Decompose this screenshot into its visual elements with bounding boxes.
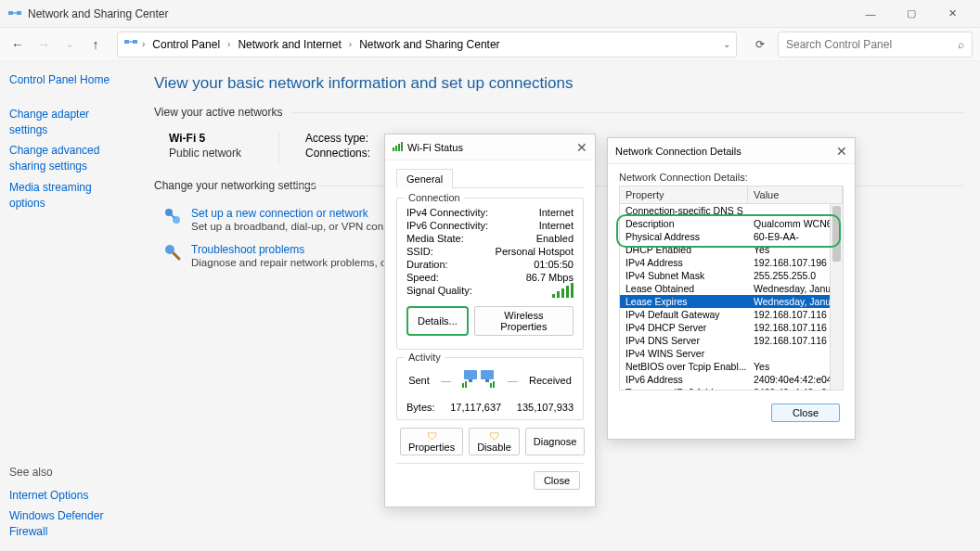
wifi-dialog-title: Wi-Fi Status	[407, 142, 463, 153]
sidebar-home[interactable]: Control Panel Home	[9, 72, 128, 88]
property-cell: IPv4 Subnet Mask	[620, 269, 748, 282]
network-type: Public network	[169, 147, 241, 160]
breadcrumb-root[interactable]: Control Panel	[148, 36, 224, 53]
property-cell: Lease Obtained	[620, 282, 748, 295]
active-networks-heading: View your active networks	[154, 106, 963, 119]
signal-quality-label: Signal Quality:	[406, 285, 472, 298]
table-row[interactable]: IPv4 WINS Server	[620, 347, 843, 360]
property-cell: Lease Expires	[620, 295, 748, 308]
shield-icon: 🛡	[489, 430, 499, 442]
table-row[interactable]: Connection-specific DNS S	[620, 204, 843, 217]
bytes-received-value: 135,107,933	[517, 402, 574, 413]
forward-button[interactable]: →	[33, 34, 54, 55]
address-dropdown-button[interactable]: ⌄	[723, 39, 730, 49]
search-box[interactable]: ⌕	[778, 32, 973, 58]
wrench-icon	[163, 243, 182, 262]
bytes-sent-value: 17,117,637	[435, 402, 517, 413]
chevron-right-icon[interactable]: ›	[227, 39, 230, 49]
back-button[interactable]: ←	[7, 34, 28, 55]
scrollbar-thumb[interactable]	[832, 206, 841, 262]
address-icon	[123, 35, 138, 53]
table-row[interactable]: Lease ObtainedWednesday, January 24, 202…	[620, 282, 843, 295]
table-row[interactable]: IPv4 DNS Server192.168.107.116	[620, 334, 843, 347]
search-icon[interactable]: ⌕	[958, 38, 964, 51]
up-button[interactable]: ↑	[85, 34, 106, 55]
address-bar[interactable]: › Control Panel › Network and Internet ›…	[117, 32, 737, 58]
speed-label: Speed:	[406, 272, 439, 283]
activity-group-label: Activity	[405, 352, 445, 363]
table-row[interactable]: NetBIOS over Tcpip Enabl...Yes	[620, 360, 843, 373]
close-icon[interactable]: ✕	[576, 140, 587, 155]
close-icon[interactable]: ✕	[836, 144, 847, 159]
scrollbar[interactable]	[830, 204, 843, 390]
breadcrumb-leaf[interactable]: Network and Sharing Center	[355, 36, 503, 53]
chevron-right-icon[interactable]: ›	[349, 39, 352, 49]
minimize-button[interactable]: —	[850, 0, 891, 28]
signal-bars-icon	[552, 285, 574, 298]
recent-dropdown[interactable]: ⌄	[59, 34, 80, 55]
table-row[interactable]: Lease ExpiresWednesday, January 24, 2024…	[620, 295, 843, 308]
table-row[interactable]: Physical Address60-E9-AA-	[620, 230, 843, 243]
sidebar-advanced[interactable]: Change advanced sharing settings	[9, 143, 128, 174]
details-dialog-title: Network Connection Details	[615, 146, 741, 157]
search-input[interactable]	[786, 38, 958, 51]
shield-icon	[163, 207, 182, 225]
wireless-properties-button[interactable]: Wireless Properties	[474, 306, 574, 336]
svg-rect-14	[393, 147, 394, 151]
table-row[interactable]: DHCP EnabledYes	[620, 243, 843, 256]
connection-details-dialog: Network Connection Details ✕ Network Con…	[607, 137, 856, 440]
titlebar: Network and Sharing Center — ▢ ✕	[0, 0, 980, 28]
sidebar-firewall[interactable]: Windows Defender Firewall	[9, 508, 128, 540]
ipv4-connectivity-value: Internet	[539, 207, 574, 218]
connection-group-label: Connection	[405, 192, 464, 203]
sidebar-internet-options[interactable]: Internet Options	[9, 488, 128, 504]
table-row[interactable]: DescriptionQualcomm WCN685x Wi-Fi 6E Dua…	[620, 217, 843, 230]
table-row[interactable]: IPv6 Address2409:40e4:42:e04f:2ad8:9de7:…	[620, 373, 843, 386]
svg-rect-17	[401, 142, 403, 151]
wifi-close-button[interactable]: Close	[534, 471, 580, 490]
refresh-button[interactable]: ⟳	[748, 38, 772, 51]
details-button[interactable]: Details...	[406, 306, 469, 336]
breadcrumb-mid[interactable]: Network and Internet	[234, 36, 344, 53]
table-row[interactable]: IPv4 Default Gateway192.168.107.116	[620, 308, 843, 321]
col-property[interactable]: Property	[620, 186, 748, 203]
diagnose-button[interactable]: Diagnose	[525, 428, 585, 455]
value-cell: Yes	[748, 243, 843, 256]
value-cell: Wednesday, January 24, 2024 11:36:58 A	[748, 295, 843, 308]
table-row[interactable]: Temporary IPv6 Address2409:40e4:42:e04f:…	[620, 386, 843, 390]
sidebar-adapter[interactable]: Change adapter settings	[9, 107, 128, 138]
table-row[interactable]: IPv4 DHCP Server192.168.107.116	[620, 321, 843, 334]
ssid-label: SSID:	[406, 246, 433, 257]
table-row[interactable]: IPv4 Address192.168.107.196	[620, 256, 843, 269]
tab-general[interactable]: General	[396, 169, 453, 188]
activity-divider: —	[441, 375, 451, 386]
property-cell: Connection-specific DNS S	[620, 204, 748, 217]
property-cell: IPv6 Address	[620, 373, 748, 386]
svg-rect-16	[398, 144, 400, 151]
properties-button[interactable]: 🛡 Properties	[400, 428, 463, 455]
sidebar-media[interactable]: Media streaming options	[9, 180, 128, 211]
col-value[interactable]: Value	[748, 186, 843, 203]
svg-rect-25	[493, 381, 495, 388]
bytes-label: Bytes:	[406, 402, 435, 413]
property-cell: NetBIOS over Tcpip Enabl...	[620, 360, 748, 373]
disable-button[interactable]: 🛡 Disable	[469, 428, 520, 455]
see-also-label: See also	[9, 466, 128, 479]
svg-rect-20	[469, 379, 472, 382]
value-cell	[748, 204, 843, 217]
table-row[interactable]: IPv4 Subnet Mask255.255.255.0	[620, 269, 843, 282]
details-close-button[interactable]: Close	[771, 404, 840, 422]
sent-label: Sent	[408, 375, 430, 386]
chevron-right-icon[interactable]: ›	[142, 39, 145, 49]
close-button[interactable]: ✕	[932, 0, 973, 28]
svg-rect-19	[481, 370, 494, 379]
ssid-value: Personal Hotspot	[496, 246, 574, 257]
svg-rect-0	[8, 11, 13, 15]
access-type-label: Access type:	[305, 132, 380, 145]
maximize-button[interactable]: ▢	[891, 0, 932, 28]
network-name: Wi-Fi 5	[169, 132, 241, 145]
value-cell: 255.255.255.0	[748, 269, 843, 282]
duration-value: 01:05:50	[534, 259, 574, 270]
svg-line-12	[171, 214, 174, 218]
duration-label: Duration:	[406, 259, 448, 270]
